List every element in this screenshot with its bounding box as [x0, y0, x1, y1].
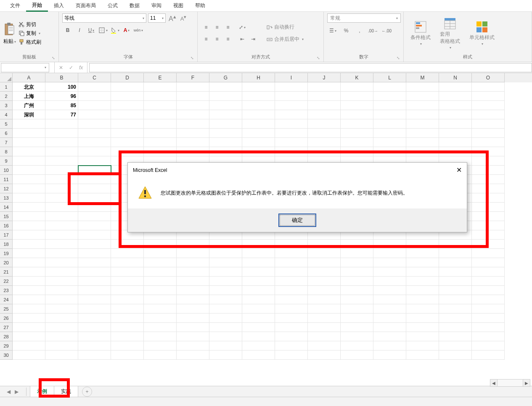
cell[interactable]	[242, 323, 275, 332]
row-header[interactable]: 24	[0, 295, 13, 304]
cell[interactable]	[242, 267, 275, 277]
cell[interactable]	[439, 240, 472, 249]
cell[interactable]	[308, 129, 341, 138]
menu-formulas[interactable]: 公式	[102, 0, 124, 11]
underline-button[interactable]: U▾	[86, 25, 97, 35]
cell[interactable]	[275, 286, 308, 295]
row-header[interactable]: 13	[0, 193, 13, 203]
cell[interactable]	[78, 323, 111, 332]
col-header[interactable]: N	[439, 73, 472, 82]
cell[interactable]	[209, 138, 242, 147]
cell[interactable]	[308, 92, 341, 101]
cell[interactable]	[111, 341, 144, 351]
cell[interactable]	[13, 203, 45, 212]
cell[interactable]	[439, 92, 472, 101]
increase-decimal-icon[interactable]: .00→	[368, 26, 378, 35]
name-box[interactable]: ▾	[1, 63, 49, 72]
cell[interactable]	[209, 129, 242, 138]
cell[interactable]	[341, 258, 373, 267]
row-header[interactable]: 8	[0, 147, 13, 156]
cell[interactable]	[275, 267, 308, 277]
cell[interactable]	[209, 351, 242, 360]
cell[interactable]	[472, 138, 505, 147]
cell[interactable]	[472, 175, 505, 184]
cell[interactable]	[209, 267, 242, 277]
cell[interactable]	[111, 323, 144, 332]
cell[interactable]	[242, 101, 275, 110]
cell[interactable]	[341, 101, 373, 110]
cell[interactable]	[406, 258, 439, 267]
cell[interactable]	[308, 249, 341, 258]
cell[interactable]	[177, 267, 209, 277]
cell[interactable]	[472, 240, 505, 249]
cell[interactable]	[406, 119, 439, 129]
cell[interactable]	[78, 212, 111, 221]
number-format-select[interactable]: 常规▾	[327, 13, 401, 23]
cell[interactable]	[209, 147, 242, 156]
row-header[interactable]: 19	[0, 249, 13, 258]
cell[interactable]	[472, 286, 505, 295]
cell[interactable]	[275, 110, 308, 119]
cell[interactable]	[373, 82, 406, 92]
col-header[interactable]: L	[373, 73, 406, 82]
cell[interactable]	[242, 341, 275, 351]
font-launcher-icon[interactable]: ⤡	[191, 56, 194, 60]
cell[interactable]	[111, 138, 144, 147]
cell[interactable]	[13, 193, 45, 203]
cell[interactable]	[439, 138, 472, 147]
col-header[interactable]: C	[78, 73, 111, 82]
formatpainter-button[interactable]: 格式刷	[19, 39, 41, 46]
cell[interactable]	[144, 249, 177, 258]
cell[interactable]	[373, 341, 406, 351]
cell[interactable]	[341, 267, 373, 277]
row-header[interactable]: 9	[0, 156, 13, 166]
cell[interactable]	[111, 119, 144, 129]
cell[interactable]	[439, 101, 472, 110]
cell[interactable]	[275, 240, 308, 249]
cell[interactable]	[341, 341, 373, 351]
cell[interactable]	[111, 101, 144, 110]
cell[interactable]	[13, 323, 45, 332]
cell[interactable]	[78, 267, 111, 277]
row-header[interactable]: 5	[0, 119, 13, 129]
cell[interactable]	[308, 277, 341, 286]
cell[interactable]	[406, 82, 439, 92]
cell[interactable]	[45, 277, 78, 286]
cell[interactable]	[242, 277, 275, 286]
cell[interactable]	[373, 92, 406, 101]
cell[interactable]	[373, 138, 406, 147]
row-header[interactable]: 6	[0, 129, 13, 138]
cell[interactable]	[439, 304, 472, 314]
cell[interactable]	[242, 92, 275, 101]
cell[interactable]	[472, 277, 505, 286]
cell[interactable]	[78, 82, 111, 92]
cell[interactable]	[144, 314, 177, 323]
cell[interactable]	[308, 119, 341, 129]
cell[interactable]	[13, 286, 45, 295]
fx-icon[interactable]: fx	[79, 65, 83, 71]
cell[interactable]	[341, 249, 373, 258]
cell[interactable]	[78, 295, 111, 304]
cell[interactable]	[341, 129, 373, 138]
cell[interactable]	[472, 101, 505, 110]
cell[interactable]	[308, 314, 341, 323]
cell[interactable]	[111, 249, 144, 258]
cell[interactable]	[275, 314, 308, 323]
cell[interactable]	[45, 249, 78, 258]
cell[interactable]	[406, 332, 439, 341]
cell[interactable]	[242, 240, 275, 249]
cell[interactable]	[144, 277, 177, 286]
cell[interactable]	[177, 277, 209, 286]
cell[interactable]	[406, 295, 439, 304]
cell[interactable]	[78, 314, 111, 323]
row-header[interactable]: 22	[0, 277, 13, 286]
cell[interactable]	[144, 304, 177, 314]
cell[interactable]	[13, 184, 45, 193]
cell[interactable]	[341, 304, 373, 314]
comma-icon[interactable]: ,	[354, 26, 365, 35]
cell[interactable]	[242, 147, 275, 156]
col-header[interactable]: D	[111, 73, 144, 82]
cell[interactable]	[439, 267, 472, 277]
cell[interactable]	[242, 138, 275, 147]
cell[interactable]	[472, 156, 505, 166]
